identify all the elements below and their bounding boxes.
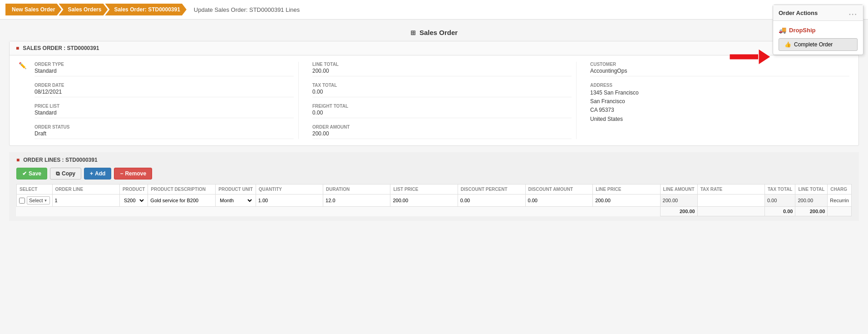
action-buttons: ✔ Save ⧉ Copy + Add − Remove bbox=[16, 168, 852, 179]
row-discount-amount-cell[interactable] bbox=[525, 194, 593, 207]
product-unit-select[interactable]: Month bbox=[218, 197, 253, 204]
edit-icon[interactable]: ✏️ bbox=[19, 62, 26, 69]
quantity-input[interactable] bbox=[258, 198, 321, 203]
row-product-desc-cell[interactable] bbox=[148, 194, 216, 207]
order-amount-label: ORDER AMOUNT bbox=[312, 125, 572, 130]
grid-icon: ⊞ bbox=[410, 29, 416, 36]
order-status-value: Draft bbox=[35, 130, 294, 139]
line-total-label: LINE TOTAL bbox=[312, 62, 572, 67]
breadcrumb-sales-order-detail[interactable]: Sales Order: STD0000391 bbox=[105, 4, 186, 15]
price-list-label: PRICE LIST bbox=[35, 104, 294, 109]
sales-order-header-label: SALES ORDER : STD0000391 bbox=[23, 45, 99, 51]
row-select-dropdown[interactable]: Select ▼ bbox=[27, 196, 50, 204]
row-product-unit-cell[interactable]: Month bbox=[216, 194, 256, 207]
complete-order-label: Complete Order bbox=[794, 41, 833, 48]
order-type-row: ORDER TYPE Standard bbox=[35, 62, 294, 76]
col-list-price: LIST PRICE bbox=[390, 184, 458, 194]
col-line-amount: LINE AMOUNT bbox=[660, 184, 697, 194]
dropship-item[interactable]: 🚚 DropShip bbox=[779, 25, 858, 35]
copy-icon: ⧉ bbox=[56, 170, 60, 177]
order-amount-row: ORDER AMOUNT 200.00 bbox=[312, 125, 572, 139]
discount-percent-input[interactable] bbox=[460, 198, 523, 203]
remove-label: Remove bbox=[125, 170, 146, 177]
row-line-amount-cell: 200.00 bbox=[660, 194, 697, 207]
summary-charge-empty bbox=[828, 207, 852, 216]
col-tax-total: TAX TOTAL bbox=[764, 184, 795, 194]
so-title: Sales Order bbox=[419, 29, 458, 36]
order-lines-header-icon: ■ bbox=[16, 157, 20, 163]
tax-total-row: TAX TOTAL 0.00 bbox=[312, 83, 572, 97]
order-amount-value: 200.00 bbox=[312, 130, 572, 139]
order-lines-table: SELECT ORDER LINE PRODUCT PRODUCT DESCRI… bbox=[16, 184, 852, 216]
freight-total-label: FREIGHT TOTAL bbox=[312, 104, 572, 109]
breadcrumb-sales-orders[interactable]: Sales Orders bbox=[59, 4, 108, 15]
col-order-line: ORDER LINE bbox=[52, 184, 119, 194]
breadcrumb: New Sales Order Sales Orders Sales Order… bbox=[0, 0, 868, 20]
complete-order-button[interactable]: 👍 Complete Order bbox=[779, 38, 858, 51]
col-line-price: LINE PRICE bbox=[593, 184, 660, 194]
row-tax-total-cell: 0.00 bbox=[764, 194, 795, 207]
price-list-value: Standard bbox=[35, 110, 294, 118]
row-product-cell[interactable]: S200 bbox=[119, 194, 148, 207]
summary-tax-total: 0.00 bbox=[764, 207, 795, 216]
order-lines-table-container: SELECT ORDER LINE PRODUCT PRODUCT DESCRI… bbox=[16, 184, 852, 216]
duration-input[interactable] bbox=[326, 198, 388, 203]
remove-button[interactable]: − Remove bbox=[114, 168, 152, 179]
table-row: Select ▼ S200 bbox=[17, 194, 852, 207]
row-checkbox[interactable] bbox=[19, 198, 25, 204]
order-date-value: 08/12/2021 bbox=[35, 89, 294, 97]
row-list-price-cell[interactable] bbox=[390, 194, 458, 207]
row-discount-percent-cell[interactable] bbox=[458, 194, 525, 207]
add-label: Add bbox=[95, 170, 105, 177]
customer-value: AccountingOps bbox=[590, 68, 849, 76]
col-product-unit: PRODUCT UNIT bbox=[216, 184, 256, 194]
select-arrow-icon: ▼ bbox=[44, 199, 48, 203]
order-actions-header: Order Actions ... bbox=[773, 5, 863, 21]
product-select[interactable]: S200 bbox=[122, 197, 145, 204]
list-price-input[interactable] bbox=[393, 198, 455, 203]
row-charge-cell: Recurrin bbox=[828, 194, 852, 207]
line-price-input[interactable] bbox=[595, 198, 657, 203]
col-product-description: PRODUCT DESCRIPTION bbox=[148, 184, 216, 194]
add-button[interactable]: + Add bbox=[84, 168, 111, 179]
order-actions-title: Order Actions bbox=[779, 10, 818, 16]
col-quantity: QUANTITY bbox=[256, 184, 323, 194]
address-block: 1345 San Francisco San Francisco CA 9537… bbox=[590, 89, 849, 124]
order-line-input[interactable] bbox=[55, 198, 117, 203]
row-tax-rate-cell[interactable] bbox=[697, 194, 764, 207]
col-duration: DURATION bbox=[323, 184, 390, 194]
tax-total-label: TAX TOTAL bbox=[312, 83, 572, 88]
svg-marker-1 bbox=[759, 49, 770, 65]
tax-total-value: 0.00 bbox=[767, 198, 777, 203]
order-status-row: ORDER STATUS Draft bbox=[35, 125, 294, 139]
complete-order-icon: 👍 bbox=[784, 41, 791, 48]
address-row: ADDRESS 1345 San Francisco San Francisco… bbox=[590, 83, 849, 124]
row-checkbox-cell: Select ▼ bbox=[17, 194, 53, 207]
col-discount-amount: DISCOUNT AMOUNT bbox=[525, 184, 593, 194]
row-quantity-cell[interactable] bbox=[256, 194, 323, 207]
customer-label: CUSTOMER bbox=[590, 62, 849, 67]
save-button[interactable]: ✔ Save bbox=[16, 168, 47, 179]
so-title-bar: ⊞ Sales Order bbox=[9, 24, 859, 41]
tax-rate-input[interactable] bbox=[700, 198, 762, 203]
dropship-label: DropShip bbox=[789, 27, 816, 34]
freight-total-value: 0.00 bbox=[312, 110, 572, 118]
row-duration-cell[interactable] bbox=[323, 194, 390, 207]
line-amount-value: 200.00 bbox=[663, 198, 678, 203]
line-total-row: LINE TOTAL 200.00 bbox=[312, 62, 572, 76]
col-line-total: LINE TOTAL bbox=[795, 184, 828, 194]
order-actions-more-icon[interactable]: ... bbox=[849, 9, 858, 17]
row-order-line-cell[interactable] bbox=[52, 194, 119, 207]
product-description-input[interactable] bbox=[150, 198, 213, 203]
order-type-label: ORDER TYPE bbox=[35, 62, 294, 67]
info-col-right: CUSTOMER AccountingOps ADDRESS 1345 San … bbox=[581, 62, 849, 139]
copy-button[interactable]: ⧉ Copy bbox=[50, 168, 81, 179]
discount-amount-input[interactable] bbox=[528, 198, 591, 203]
summary-line-total: 200.00 bbox=[795, 207, 828, 216]
row-line-price-cell[interactable] bbox=[593, 194, 660, 207]
info-col-mid: LINE TOTAL 200.00 TAX TOTAL 0.00 FREIGHT… bbox=[303, 62, 572, 139]
address-line4: United States bbox=[590, 115, 849, 124]
breadcrumb-new-sales-order[interactable]: New Sales Order bbox=[5, 4, 61, 15]
charge-value: Recurrin bbox=[830, 198, 849, 203]
truck-icon: 🚚 bbox=[779, 26, 786, 34]
